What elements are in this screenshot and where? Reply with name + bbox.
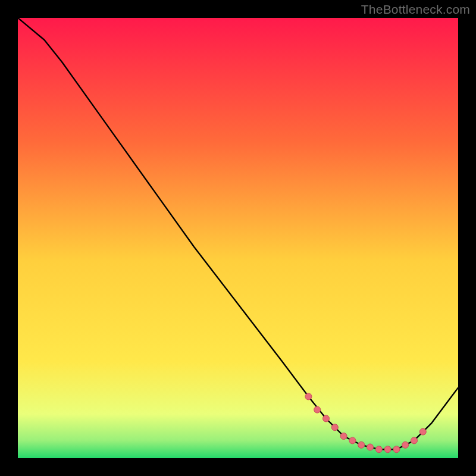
optimal-marker (384, 446, 391, 453)
optimal-marker (375, 446, 382, 453)
optimal-marker (305, 393, 312, 400)
optimal-marker (367, 444, 374, 450)
optimal-marker (340, 433, 347, 440)
optimal-marker (349, 437, 356, 444)
optimal-marker (419, 428, 426, 435)
optimal-marker (331, 424, 338, 431)
gradient-background (18, 18, 458, 458)
chart-svg (18, 18, 458, 458)
optimal-marker (393, 446, 400, 453)
plot-area (18, 18, 458, 458)
optimal-marker (314, 406, 321, 413)
watermark-text: TheBottleneck.com (361, 2, 470, 17)
optimal-marker (358, 441, 365, 448)
chart-frame: TheBottleneck.com (0, 0, 476, 476)
optimal-marker (323, 415, 330, 422)
optimal-marker (411, 437, 418, 444)
optimal-marker (402, 441, 409, 448)
